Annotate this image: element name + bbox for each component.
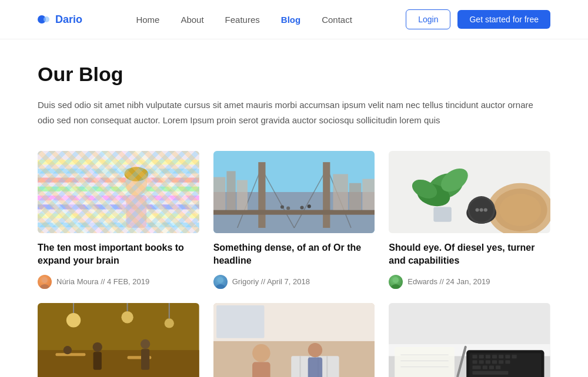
svg-point-43 [300,206,303,209]
card-3-author-text: Edwards // 24 Jan, 2019 [407,277,490,286]
svg-rect-103 [512,355,517,358]
nav-home[interactable]: Home [136,15,159,25]
svg-rect-36 [226,171,235,210]
logo-icon [38,13,51,26]
svg-point-54 [476,208,479,211]
svg-point-72 [165,318,174,328]
card-1-author: Núria Moura // 4 FEB, 2019 [38,275,199,289]
svg-point-70 [121,311,133,323]
svg-rect-18 [99,151,188,233]
svg-point-90 [308,343,322,357]
svg-rect-97 [473,355,477,358]
svg-rect-115 [395,347,455,377]
svg-rect-89 [252,362,270,377]
svg-point-56 [484,208,487,211]
svg-rect-114 [473,371,509,375]
card-image-6 [389,303,550,377]
main-nav: Home About Features Blog Contact [136,15,352,25]
svg-rect-106 [486,360,490,363]
svg-rect-99 [486,355,490,358]
card-3-avatar [389,275,403,289]
svg-rect-39 [349,183,361,210]
svg-point-1 [44,16,49,22]
card-3-headline: Should eye. Of diesel yes, turner and ca… [389,241,550,268]
svg-point-45 [218,277,223,283]
svg-point-25 [40,284,49,289]
svg-point-44 [307,204,310,208]
blog-card-5[interactable] [213,303,375,377]
svg-point-55 [480,208,483,211]
login-button[interactable]: Login [406,9,450,29]
nav-blog[interactable]: Blog [281,15,300,25]
svg-rect-40 [362,179,375,210]
svg-rect-20 [116,151,199,220]
svg-point-62 [393,277,399,283]
svg-rect-61 [434,207,452,221]
svg-point-88 [252,344,270,362]
svg-rect-101 [499,355,504,358]
svg-rect-109 [506,360,510,363]
svg-rect-104 [473,360,477,363]
svg-rect-17 [91,156,180,233]
main-content: Our Blog Duis sed odio sit amet nibh vul… [0,39,588,377]
blog-card-1[interactable]: The ten most important books to expand y… [38,151,199,289]
get-started-button[interactable]: Get started for free [457,10,550,29]
card-1-author-text: Núria Moura // 4 FEB, 2019 [56,277,149,286]
svg-rect-15 [74,173,163,233]
logo-text: Dario [55,14,82,26]
svg-point-74 [93,342,102,352]
svg-rect-66 [56,353,86,356]
svg-rect-12 [49,198,138,233]
svg-point-46 [216,284,225,289]
svg-rect-108 [499,360,504,363]
svg-rect-34 [213,210,375,215]
svg-point-42 [286,206,290,210]
card-image-5 [213,303,375,377]
svg-rect-112 [489,365,494,369]
blog-card-3[interactable]: Should eye. Of diesel yes, turner and ca… [389,151,550,289]
cards-grid: The ten most important books to expand y… [38,151,550,377]
card-image-4 [38,303,199,377]
svg-point-76 [141,339,150,349]
svg-rect-14 [65,181,154,233]
svg-point-41 [280,205,284,208]
svg-rect-35 [213,177,225,210]
svg-rect-22 [126,195,147,228]
svg-point-23 [125,167,149,181]
card-3-author: Edwards // 24 Jan, 2019 [389,275,550,289]
nav-features[interactable]: Features [225,15,260,25]
svg-rect-91 [308,357,322,377]
svg-rect-75 [93,352,102,370]
svg-rect-77 [141,349,149,370]
svg-point-68 [66,313,81,327]
page-title: Our Blog [38,63,550,86]
svg-rect-33 [323,162,330,228]
blog-card-2[interactable]: Something dense, of an of Or the headlin… [213,151,375,289]
svg-rect-19 [108,151,196,228]
card-image-3 [389,151,550,233]
svg-rect-110 [473,365,481,369]
svg-point-24 [42,277,48,283]
logo[interactable]: Dario [38,13,82,26]
card-1-avatar [38,275,52,289]
svg-rect-37 [236,180,247,210]
nav-about[interactable]: About [181,15,203,25]
card-image-2 [213,151,375,233]
svg-rect-32 [258,162,265,228]
card-2-author-text: Grigoriy // April 7, 2018 [232,277,310,286]
svg-rect-111 [483,365,487,369]
card-2-avatar [213,275,228,289]
svg-rect-16 [82,164,171,233]
blog-description: Duis sed odio sit amet nibh vulputate cu… [38,97,543,127]
svg-rect-113 [496,365,500,369]
card-1-headline: The ten most important books to expand y… [38,241,199,268]
svg-rect-11 [40,207,129,233]
svg-rect-107 [492,360,497,363]
svg-rect-2 [38,151,199,233]
card-2-headline: Something dense, of an of Or the headlin… [213,241,375,268]
blog-card-6[interactable] [389,303,550,377]
svg-rect-102 [506,355,510,358]
svg-rect-105 [479,360,484,363]
blog-card-4[interactable] [38,303,199,377]
nav-contact[interactable]: Contact [322,15,352,25]
